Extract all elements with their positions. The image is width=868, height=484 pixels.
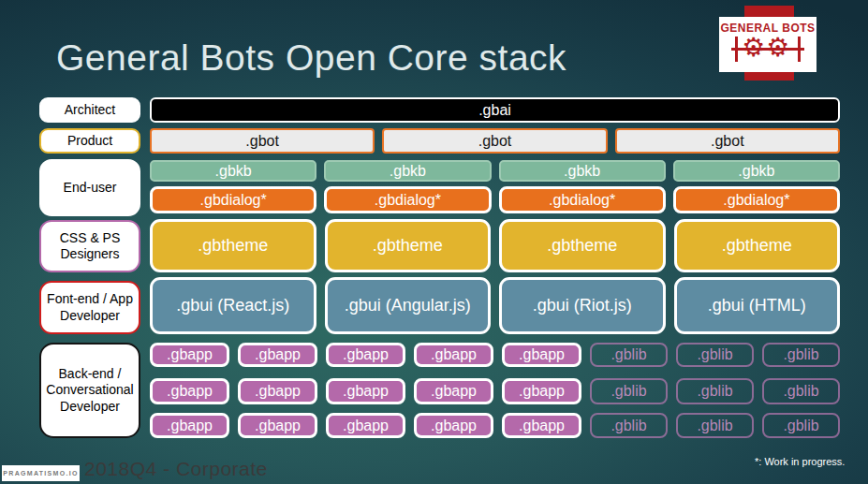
gblib-box: .gblib bbox=[762, 343, 840, 367]
row-label-end-user: End-user bbox=[39, 159, 140, 216]
gbapp-box: .gbapp bbox=[502, 343, 581, 367]
gbapp-box: .gbapp bbox=[326, 413, 405, 438]
gbapp-box: .gbapp bbox=[414, 343, 493, 367]
gbot-box: .gbot bbox=[150, 128, 375, 154]
gbdialog-row: .gbdialog* .gbdialog* .gbdialog* .gbdial… bbox=[150, 186, 840, 213]
gears-icon: ⚙ ⚙ bbox=[731, 35, 804, 65]
pragmatismo-brand-badge: PRAGMATISMO.IO bbox=[2, 465, 80, 481]
gbkb-row: .gbkb .gbkb .gbkb .gbkb bbox=[150, 160, 840, 182]
gblib-box: .gblib bbox=[590, 378, 668, 404]
gbot-box: .gbot bbox=[382, 128, 607, 154]
footer-date-label: 2018Q4 - Corporate bbox=[84, 458, 268, 480]
gbapp-box: .gbapp bbox=[238, 378, 317, 404]
gbdialog-box: .gbdialog* bbox=[150, 186, 316, 213]
gbtheme-box: .gbtheme bbox=[499, 219, 666, 272]
gbkb-box: .gbkb bbox=[499, 160, 666, 182]
gblib-box: .gblib bbox=[676, 413, 754, 438]
gblib-box: .gblib bbox=[590, 413, 668, 438]
row-label-frontend-app-developer: Font-end / App Developer bbox=[39, 281, 140, 334]
gbai-box: .gbai bbox=[150, 97, 840, 123]
gbtheme-row: .gbtheme .gbtheme .gbtheme .gbtheme bbox=[150, 219, 840, 272]
row-label-css-ps-designers: CSS & PS Designers bbox=[39, 220, 140, 272]
gbui-row: .gbui (React.js) .gbui (Angular.js) .gbu… bbox=[150, 277, 840, 334]
gbapp-box: .gbapp bbox=[326, 343, 405, 367]
row-label-product: Product bbox=[39, 128, 140, 154]
gear-icon: ⚙ bbox=[766, 33, 789, 63]
gbapp-box: .gbapp bbox=[326, 378, 405, 404]
gbtheme-box: .gbtheme bbox=[150, 219, 316, 272]
gbai-row: .gbai bbox=[150, 97, 840, 123]
gbot-row: .gbot .gbot .gbot bbox=[150, 128, 840, 154]
gblib-box: .gblib bbox=[762, 378, 840, 404]
gear-icon: ⚙ bbox=[742, 33, 765, 63]
gbdialog-box: .gbdialog* bbox=[324, 186, 491, 213]
gbapp-gblib-row: .gbapp .gbapp .gbapp .gbapp .gbapp .gbli… bbox=[150, 378, 840, 404]
gbapp-box: .gbapp bbox=[502, 378, 581, 404]
gbui-riot-box: .gbui (Riot.js) bbox=[499, 277, 666, 334]
slide: General Bots Open Core stack GENERAL BOT… bbox=[0, 0, 868, 484]
gblib-box: .gblib bbox=[762, 413, 840, 438]
gbdialog-box: .gbdialog* bbox=[673, 186, 840, 213]
gbapp-box: .gbapp bbox=[414, 413, 493, 438]
gbapp-box: .gbapp bbox=[150, 378, 229, 404]
gear-left-bar bbox=[735, 37, 738, 62]
row-label-backend-conversational-developer: Back-end / Conversational Developer bbox=[39, 343, 140, 438]
gblib-box: .gblib bbox=[676, 343, 754, 367]
page-title: General Bots Open Core stack bbox=[56, 37, 566, 79]
gbui-react-box: .gbui (React.js) bbox=[150, 277, 316, 334]
gbkb-box: .gbkb bbox=[324, 160, 491, 182]
gbapp-box: .gbapp bbox=[238, 343, 317, 367]
gbapp-box: .gbapp bbox=[238, 413, 317, 438]
gbui-angular-box: .gbui (Angular.js) bbox=[325, 277, 492, 334]
gbdialog-box: .gbdialog* bbox=[499, 186, 666, 213]
gbapp-gblib-row: .gbapp .gbapp .gbapp .gbapp .gbapp .gbli… bbox=[150, 343, 840, 367]
gear-right-bar bbox=[798, 37, 801, 62]
gbkb-box: .gbkb bbox=[673, 160, 840, 182]
gbapp-box: .gbapp bbox=[414, 378, 493, 404]
gbapp-box: .gbapp bbox=[502, 413, 581, 438]
gbui-html-box: .gbui (HTML) bbox=[674, 277, 841, 334]
gblib-box: .gblib bbox=[590, 343, 668, 367]
gblib-box: .gblib bbox=[676, 378, 754, 404]
general-bots-logo: GENERAL BOTS ⚙ ⚙ bbox=[719, 17, 817, 72]
gbapp-box: .gbapp bbox=[150, 343, 229, 367]
gbtheme-box: .gbtheme bbox=[674, 219, 841, 272]
work-in-progress-footnote: *: Work in progress. bbox=[755, 456, 845, 467]
row-label-architect: Architect bbox=[39, 97, 140, 123]
gbapp-gblib-row: .gbapp .gbapp .gbapp .gbapp .gbapp .gbli… bbox=[150, 413, 840, 438]
gbot-box: .gbot bbox=[615, 128, 840, 154]
gbapp-box: .gbapp bbox=[150, 413, 229, 438]
gbkb-box: .gbkb bbox=[150, 160, 316, 182]
gbtheme-box: .gbtheme bbox=[325, 219, 492, 272]
